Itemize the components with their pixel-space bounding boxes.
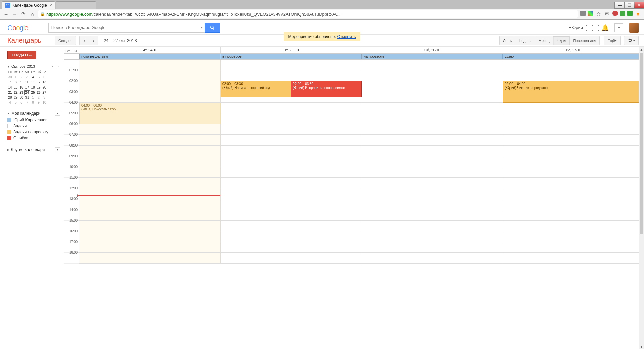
star-icon[interactable]: ☆ <box>595 11 602 17</box>
mini-day[interactable]: 30 <box>7 75 13 80</box>
grid-scroll[interactable]: 01:0002:0003:0004:0005:0006:0007:0008:00… <box>64 60 644 349</box>
forward-icon[interactable]: → <box>11 11 18 17</box>
add-icon[interactable]: + <box>614 23 623 32</box>
mini-day[interactable]: 2 <box>19 75 24 80</box>
section-menu-icon[interactable]: ▾ <box>55 147 60 152</box>
mini-day[interactable]: 2 <box>36 95 41 100</box>
ext-icon[interactable] <box>627 11 633 16</box>
mini-day[interactable]: 1 <box>30 95 36 100</box>
view-button-3[interactable]: 4 дня <box>553 36 570 45</box>
view-button-1[interactable]: Неделя <box>515 36 535 45</box>
mini-day[interactable]: 22 <box>13 90 18 95</box>
url-input[interactable]: 🔒 https://www.google.com/calendar/render… <box>38 10 578 18</box>
close-tab-icon[interactable]: × <box>50 3 52 8</box>
allday-event[interactable]: на проверке <box>362 54 503 59</box>
calendar-item[interactable]: Задачи <box>7 123 60 129</box>
mini-next-icon[interactable]: › <box>56 64 60 69</box>
mini-day[interactable]: 10 <box>24 80 30 85</box>
mini-day[interactable]: 27 <box>42 90 47 95</box>
mini-day[interactable]: 26 <box>36 90 41 95</box>
mini-day[interactable]: 17 <box>24 85 30 90</box>
menu-icon[interactable]: ≡ <box>635 11 641 17</box>
mini-day[interactable]: 28 <box>7 95 13 100</box>
search-button[interactable] <box>205 23 220 33</box>
browser-tab-active[interactable]: 24 Календарь Google × <box>2 1 55 9</box>
mini-day[interactable]: 25 <box>30 90 36 95</box>
calendar-event[interactable]: 02:00 – 03:30(Юрий) Написать хороший код <box>221 81 291 97</box>
mini-day[interactable]: 12 <box>36 80 41 85</box>
mini-day[interactable]: 20 <box>42 85 47 90</box>
notification-undo-link[interactable]: Отменить <box>337 34 356 39</box>
search-input[interactable] <box>48 23 199 33</box>
calendar-event[interactable]: 02:00 – 03:30(Юрий) Исправить непоправим… <box>291 81 362 97</box>
mini-day[interactable]: 8 <box>13 80 18 85</box>
mini-prev-icon[interactable]: ‹ <box>50 64 55 69</box>
mini-day[interactable]: 6 <box>19 100 24 105</box>
allday-cell[interactable]: пока не делаем <box>79 54 220 59</box>
day-header[interactable]: Вс, 27/10 <box>503 47 644 53</box>
browser-tab-ghost[interactable] <box>56 1 96 9</box>
reload-icon[interactable]: ⟳ <box>20 11 27 17</box>
mini-day[interactable]: 30 <box>19 95 24 100</box>
window-minimize-button[interactable]: — <box>614 2 625 9</box>
mini-day[interactable]: 19 <box>36 85 41 90</box>
allday-cell[interactable]: на проверке <box>362 54 503 59</box>
mini-day[interactable]: 5 <box>13 100 18 105</box>
mini-day[interactable]: 11 <box>30 80 36 85</box>
mini-day[interactable]: 3 <box>24 75 30 80</box>
view-button-0[interactable]: День <box>499 36 515 45</box>
scroll-down-icon[interactable]: ▼ <box>639 344 644 349</box>
user-link[interactable]: +Юрий <box>569 25 583 30</box>
window-close-button[interactable]: ✕ <box>634 2 644 9</box>
mini-day[interactable]: 29 <box>13 95 18 100</box>
back-icon[interactable]: ← <box>3 11 9 17</box>
mini-day[interactable]: 15 <box>13 85 18 90</box>
next-button[interactable]: › <box>89 36 98 45</box>
home-icon[interactable]: ⌂ <box>29 11 36 17</box>
mini-day[interactable]: 6 <box>42 75 47 80</box>
mini-day[interactable]: 21 <box>7 90 13 95</box>
avatar[interactable] <box>629 23 639 33</box>
mini-day[interactable]: 9 <box>19 80 24 85</box>
calendar-item[interactable]: Ошибки <box>7 135 60 141</box>
mini-day[interactable]: 7 <box>7 80 13 85</box>
bell-icon[interactable]: 🔔 <box>602 24 608 31</box>
mini-day[interactable]: 24 <box>24 90 30 95</box>
mini-day[interactable]: 23 <box>19 90 24 95</box>
calendar-event[interactable]: 04:00 – 06:00(Илья) Почесать пятку <box>79 103 220 124</box>
mini-day[interactable]: 16 <box>19 85 24 90</box>
mini-day[interactable]: 1 <box>13 75 18 80</box>
mini-day[interactable]: 9 <box>36 100 41 105</box>
ext-icon[interactable] <box>620 11 625 16</box>
day-column[interactable]: 04:00 – 06:00(Илья) Почесать пятку <box>79 60 220 264</box>
ext-icon[interactable] <box>612 11 618 16</box>
scroll-up-icon[interactable]: ▲ <box>639 47 644 52</box>
my-calendars-header[interactable]: ▼ Мои календари ▾ <box>7 111 60 116</box>
mini-day[interactable]: 18 <box>30 85 36 90</box>
mini-day[interactable]: 4 <box>30 75 36 80</box>
prev-button[interactable]: ‹ <box>79 36 89 45</box>
allday-event[interactable]: пока не делаем <box>79 54 220 59</box>
calendar-item[interactable]: Задачи по проекту <box>7 129 60 135</box>
day-column[interactable] <box>362 60 503 264</box>
mini-day[interactable]: 14 <box>7 85 13 90</box>
section-menu-icon[interactable]: ▾ <box>55 111 60 116</box>
mini-calendar-grid[interactable]: ПнВтСрЧтПтСбВс30123456789101112131415161… <box>7 70 60 105</box>
mini-day[interactable]: 13 <box>42 80 47 85</box>
allday-cell[interactable]: сдаю <box>503 54 644 59</box>
more-button[interactable]: Ещё <box>604 36 621 45</box>
ext-icon[interactable] <box>580 11 586 16</box>
today-button[interactable]: Сегодня <box>55 36 76 45</box>
mini-day[interactable]: 10 <box>42 100 47 105</box>
mini-day[interactable]: 4 <box>7 100 13 105</box>
scroll-thumb[interactable] <box>640 53 643 234</box>
calendar-item[interactable]: Юрий Карачевцев <box>7 117 60 123</box>
day-header[interactable]: Чт, 24/10 <box>79 47 220 53</box>
mini-day[interactable]: 31 <box>24 95 30 100</box>
mail-icon[interactable]: ✉ <box>604 11 610 17</box>
calendar-color-swatch[interactable] <box>7 130 11 134</box>
search-dropdown-icon[interactable]: ▾ <box>199 23 205 33</box>
mini-day[interactable]: 7 <box>24 100 30 105</box>
allday-event[interactable]: в процессе <box>221 54 362 59</box>
scrollbar[interactable]: ▲ ▼ <box>639 47 644 349</box>
